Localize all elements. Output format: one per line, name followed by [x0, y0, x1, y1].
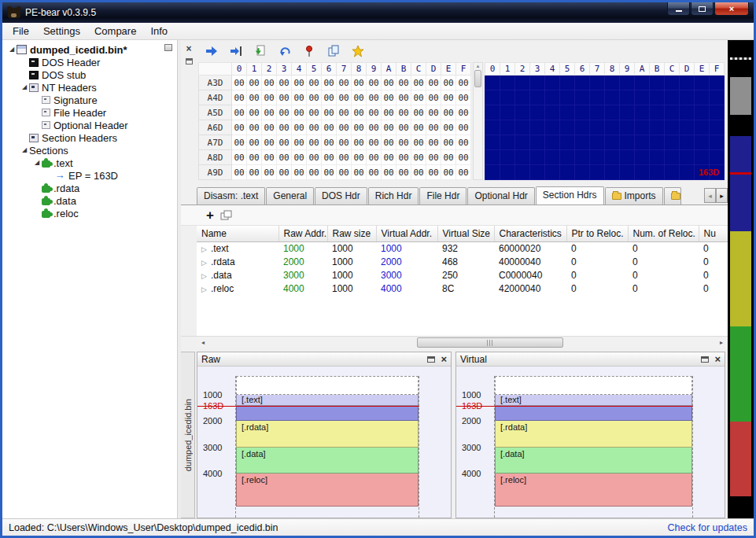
hex-byte-cell[interactable] [665, 76, 680, 90]
hex-byte-cell[interactable]: 00 [247, 105, 262, 120]
hex-byte-cell[interactable] [500, 165, 515, 180]
hex-byte-cell[interactable]: 00 [396, 90, 411, 105]
hex-byte-cell[interactable] [680, 90, 695, 105]
hex-byte-cell[interactable]: 00 [426, 105, 441, 120]
tab-dos-hdr[interactable]: DOS Hdr [315, 187, 367, 205]
hex-byte-cell[interactable]: 00 [411, 120, 426, 135]
hex-byte-cell[interactable]: 00 [382, 135, 396, 150]
sections-table[interactable]: NameRaw Addr.Raw sizeVirtual Addr.Virtua… [197, 226, 728, 296]
hex-byte-cell[interactable] [530, 105, 545, 120]
hex-byte-cell[interactable] [485, 105, 500, 120]
tree-expander[interactable]: ◢ [20, 83, 29, 91]
hex-byte-cell[interactable] [620, 120, 635, 135]
hex-byte-cell[interactable]: 00 [337, 76, 352, 90]
tree-item-dos-stub[interactable]: DOS stub [2, 68, 177, 81]
hex-byte-cell[interactable] [590, 135, 605, 150]
close-panel-icon[interactable]: × [714, 355, 721, 364]
hex-byte-cell[interactable] [665, 150, 680, 165]
hex-byte-cell[interactable] [530, 120, 545, 135]
hex-byte-cell[interactable]: 00 [322, 150, 337, 165]
layout-windows-icon[interactable] [220, 210, 233, 221]
hex-byte-cell[interactable] [560, 76, 575, 90]
hex-byte-cell[interactable]: 00 [292, 105, 307, 120]
hex-byte-cell[interactable]: 00 [322, 135, 337, 150]
hex-byte-cell[interactable] [695, 135, 710, 150]
hex-byte-cell[interactable] [635, 150, 650, 165]
hex-byte-cell[interactable] [590, 105, 605, 120]
scroll-right-icon[interactable]: ▸ [715, 337, 728, 348]
hex-byte-cell[interactable] [605, 90, 620, 105]
table-row-data[interactable]: ▷.data300010003000250C0000040000 [197, 269, 728, 282]
hex-byte-cell[interactable] [650, 76, 665, 90]
hex-byte-cell[interactable]: 00 [307, 120, 322, 135]
hex-byte-cell[interactable]: 00 [441, 90, 456, 105]
hex-byte-cell[interactable]: 00 [456, 76, 471, 90]
tree-item-sections[interactable]: ◢Sections [2, 144, 177, 157]
hex-byte-cell[interactable]: 00 [292, 76, 307, 90]
hex-byte-cell[interactable] [590, 90, 605, 105]
tree-item-optional-header[interactable]: Optional Header [2, 119, 177, 131]
hex-byte-cell[interactable] [710, 90, 725, 105]
hex-byte-cell[interactable] [620, 76, 635, 90]
hex-byte-cell[interactable] [560, 135, 575, 150]
hex-byte-cell[interactable]: 00 [322, 165, 337, 180]
hex-byte-cell[interactable] [575, 165, 590, 180]
menu-item-file[interactable]: File [6, 24, 36, 39]
column-header-raw-size[interactable]: Raw size [327, 226, 376, 242]
hex-byte-cell[interactable]: 00 [456, 135, 471, 150]
tab-imports[interactable]: Imports [605, 187, 663, 205]
hex-byte-cell[interactable]: 00 [232, 76, 247, 90]
hex-byte-cell[interactable]: 00 [367, 105, 382, 120]
hex-byte-cell[interactable] [500, 150, 515, 165]
hex-byte-cell[interactable] [575, 90, 590, 105]
hex-byte-cell[interactable]: 00 [262, 105, 277, 120]
hex-byte-cell[interactable] [635, 90, 650, 105]
hex-byte-cell[interactable] [665, 165, 680, 180]
column-header-ptr-to-reloc[interactable]: Ptr to Reloc. [566, 226, 628, 242]
hex-byte-cell[interactable] [695, 120, 710, 135]
hex-byte-cell[interactable] [635, 105, 650, 120]
tree-item-nt-headers[interactable]: ◢NT Headers [2, 81, 177, 94]
hex-byte-cell[interactable]: 00 [247, 135, 262, 150]
hex-float-button[interactable] [186, 58, 193, 64]
hex-byte-cell[interactable]: 00 [426, 150, 441, 165]
hex-byte-cell[interactable] [560, 105, 575, 120]
hex-byte-cell[interactable]: 00 [441, 105, 456, 120]
hex-byte-cell[interactable]: 00 [411, 165, 426, 180]
hex-byte-cell[interactable] [515, 90, 530, 105]
hex-byte-cell[interactable]: 00 [456, 120, 471, 135]
hex-byte-cell[interactable]: 00 [367, 90, 382, 105]
hex-byte-cell[interactable]: 00 [456, 105, 471, 120]
hex-byte-cell[interactable] [500, 120, 515, 135]
hex-byte-cell[interactable]: 00 [277, 165, 292, 180]
maximize-button[interactable] [691, 2, 714, 16]
hex-byte-cell[interactable]: 00 [232, 165, 247, 180]
hex-byte-cell[interactable] [500, 90, 515, 105]
hex-vertical-scrollbar[interactable]: ▴ [473, 62, 483, 180]
hex-byte-cell[interactable] [575, 120, 590, 135]
hex-byte-cell[interactable] [530, 90, 545, 105]
hex-byte-cell[interactable]: 00 [456, 90, 471, 105]
hex-byte-cell[interactable]: 00 [232, 120, 247, 135]
hex-byte-cell[interactable] [620, 90, 635, 105]
hex-byte-cell[interactable] [575, 105, 590, 120]
hex-byte-cell[interactable]: 00 [396, 105, 411, 120]
hex-byte-cell[interactable]: 00 [322, 90, 337, 105]
menu-item-compare[interactable]: Compare [87, 24, 143, 39]
tree-item-section-headers[interactable]: Section Headers [2, 131, 177, 144]
hex-byte-cell[interactable]: 00 [426, 165, 441, 180]
follow-ep-arrow-icon[interactable] [205, 44, 219, 58]
hex-byte-cell[interactable]: 00 [337, 150, 352, 165]
hex-byte-cell[interactable] [605, 105, 620, 120]
file-minimap[interactable]: 163D [728, 40, 754, 518]
goto-offset-icon[interactable] [229, 44, 243, 58]
hex-byte-cell[interactable] [545, 90, 560, 105]
hex-byte-cell[interactable]: 00 [277, 120, 292, 135]
hex-byte-cell[interactable]: 00 [382, 165, 396, 180]
hex-byte-cell[interactable]: 00 [292, 165, 307, 180]
hex-byte-cell[interactable] [500, 76, 515, 90]
hex-byte-cell[interactable] [485, 90, 500, 105]
hex-byte-cell[interactable] [545, 76, 560, 90]
hex-byte-cell[interactable]: 00 [232, 90, 247, 105]
hex-byte-cell[interactable]: 00 [352, 105, 367, 120]
